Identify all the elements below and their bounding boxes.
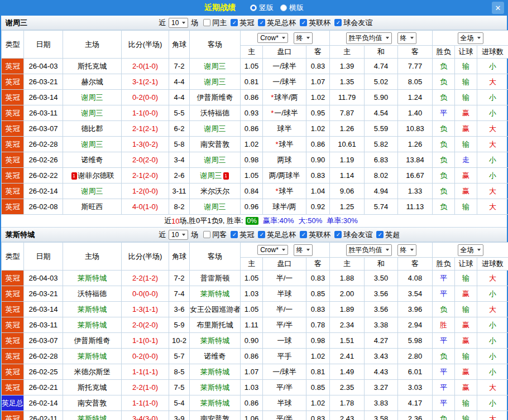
avg-draw-cell: 3.50	[365, 271, 398, 286]
avg-home-cell: 2.41	[330, 349, 365, 364]
away-team-cell: 女王公园巡游者	[190, 302, 241, 317]
checkbox-checked-icon[interactable]	[258, 231, 265, 238]
avg-odds-select[interactable]: 胜平负均值	[346, 32, 392, 44]
handicap-result-cell: 赢	[455, 168, 477, 184]
checkbox-checked-icon[interactable]	[300, 231, 307, 238]
filter-checkbox[interactable]: 英联杯	[300, 18, 330, 28]
col-date: 日期	[24, 243, 63, 271]
handicap-cell: *一/球半	[263, 105, 306, 121]
match-row: 英冠26-03-11谢周三1-1(0-0)5-5沃特福德0.93*一/球半0.9…	[2, 105, 508, 121]
checkbox-checked-icon[interactable]	[231, 19, 238, 26]
away-odds-cell: 0.81	[306, 364, 330, 380]
checkbox-checked-icon[interactable]	[300, 19, 307, 26]
goals-cell: 大	[477, 121, 508, 137]
chevron-down-icon	[306, 37, 310, 39]
bookmaker-select[interactable]: Crow*	[257, 33, 288, 43]
checkbox-checked-icon[interactable]	[231, 231, 238, 238]
checkbox-unchecked-icon[interactable]	[203, 19, 210, 26]
goals-cell: 大	[477, 199, 508, 215]
avg-draw-cell: 3.56	[365, 302, 398, 317]
final-odds-select[interactable]: 终	[294, 32, 313, 44]
radio-selected-icon[interactable]	[250, 4, 257, 11]
handicap-cell: 球半/两	[263, 199, 306, 215]
scope-select-value: 全场	[461, 33, 474, 43]
avg-odds-select[interactable]: 胜平负均值	[346, 244, 392, 256]
dialog-title: 近期战绩	[204, 3, 236, 13]
chevron-down-icon	[386, 249, 389, 251]
away-team-cell: 谢周三	[190, 199, 241, 215]
home-team-cell: 莱斯特城	[63, 349, 122, 364]
close-button[interactable]: ✕	[492, 2, 504, 14]
col-avg-draw: 和	[365, 258, 398, 271]
filter-checkbox[interactable]: 英冠	[231, 18, 254, 28]
team-name: 莱斯特城	[78, 352, 107, 360]
avg-away-cell: 3.96	[398, 302, 433, 317]
filter-checkbox[interactable]: 英足总杯	[258, 230, 296, 240]
avg-home-cell: 2.35	[330, 380, 365, 395]
handicap-text: 半/一	[276, 274, 293, 282]
recent-count-select[interactable]: 10	[169, 18, 188, 28]
summary-segment: 0%	[246, 217, 258, 225]
checkbox-unchecked-icon[interactable]	[203, 231, 210, 238]
recent-count-select[interactable]: 10	[169, 230, 188, 240]
col-type: 类型	[2, 31, 24, 59]
checkbox-checked-icon[interactable]	[258, 19, 265, 26]
home-team-cell: 伊普斯维奇	[63, 333, 122, 349]
checkbox-checked-icon[interactable]	[376, 231, 384, 238]
away-team-cell: 莱斯特城	[190, 395, 241, 411]
corner-cell: 7-5	[169, 380, 190, 395]
avg-odds-group: 胜平负均值 终	[330, 31, 433, 46]
radio-unselected-icon[interactable]	[280, 4, 287, 11]
away-odds-cell: 0.85	[306, 286, 330, 302]
home-odds-cell: 1.05	[241, 302, 263, 317]
filter-checkbox[interactable]: 英超	[376, 230, 400, 240]
layout-radio-vertical[interactable]: 竖版	[250, 3, 274, 13]
match-row: 英冠26-02-25米德尔斯堡1-1(1-1)8-5莱斯特城1.07一/球半0.…	[2, 364, 508, 380]
chevron-down-icon	[477, 249, 481, 251]
result-cell: 平	[433, 395, 455, 411]
filter-checkbox[interactable]: 同主	[203, 18, 227, 28]
handicap-result-cell: 赢	[455, 184, 477, 199]
filter-checkbox[interactable]: 球会友谊	[334, 230, 372, 240]
checkbox-checked-icon[interactable]	[334, 19, 342, 26]
layout-radio-horizontal[interactable]: 横版	[280, 3, 304, 13]
avg-draw-cell: 3.38	[365, 317, 398, 333]
team-name: 斯旺西	[82, 202, 103, 211]
corner-cell: 3-9	[169, 411, 190, 420]
final-odds-select-2[interactable]: 终	[397, 32, 416, 44]
home-odds-cell: 0.86	[241, 121, 263, 137]
avg-away-cell: 1.33	[398, 184, 433, 199]
section-header: 莱斯特城 近 10 场 同客英冠英足总杯英联杯球会友谊英超	[1, 228, 507, 242]
score-cell: 3-4(3-0)	[122, 411, 169, 420]
match-row: 英冠26-03-14谢周三0-2(0-0)4-4伊普斯维奇0.86*球半/两1.…	[2, 90, 508, 105]
bookmaker-select[interactable]: Crow*	[257, 245, 288, 255]
avg-draw-cell: 5.82	[365, 137, 398, 152]
avg-home-cell: 9.06	[330, 184, 365, 199]
filter-checkbox-label: 英冠	[239, 18, 254, 28]
away-team-cell: 莱斯特城	[190, 286, 241, 302]
filter-checkbox[interactable]: 英联杯	[300, 230, 330, 240]
filter-checkbox[interactable]: 英冠	[231, 230, 254, 240]
filter-checkbox[interactable]: 英足总杯	[258, 18, 296, 28]
goals-cell: 小	[477, 395, 508, 411]
handicap-text: 一/球半	[272, 368, 296, 376]
handicap-result-cell: 输	[455, 411, 477, 420]
col-result: 胜负	[433, 258, 455, 271]
col-avg-away: 客	[398, 258, 433, 271]
handicap-text: 一/球半	[272, 78, 296, 86]
scope-select[interactable]: 全场	[458, 244, 483, 256]
avg-draw-cell: 5.74	[365, 199, 398, 215]
scope-select[interactable]: 全场	[458, 32, 483, 44]
competition-cell: 英冠	[2, 302, 24, 317]
score-cell: 3-1(2-1)	[122, 74, 169, 90]
date-cell: 26-03-14	[24, 302, 63, 317]
filters: 近 10 场 同客英冠英足总杯英联杯球会友谊英超	[159, 230, 404, 240]
final-odds-select-2[interactable]: 终	[397, 244, 416, 256]
filter-checkbox[interactable]: 同客	[203, 230, 227, 240]
chevron-down-icon	[182, 22, 185, 24]
result-cell: 负	[433, 74, 455, 90]
checkbox-checked-icon[interactable]	[334, 231, 342, 238]
final-odds-select[interactable]: 终	[294, 244, 313, 256]
filter-checkbox[interactable]: 球会友谊	[334, 18, 372, 28]
corner-cell: 2-6	[169, 168, 190, 184]
